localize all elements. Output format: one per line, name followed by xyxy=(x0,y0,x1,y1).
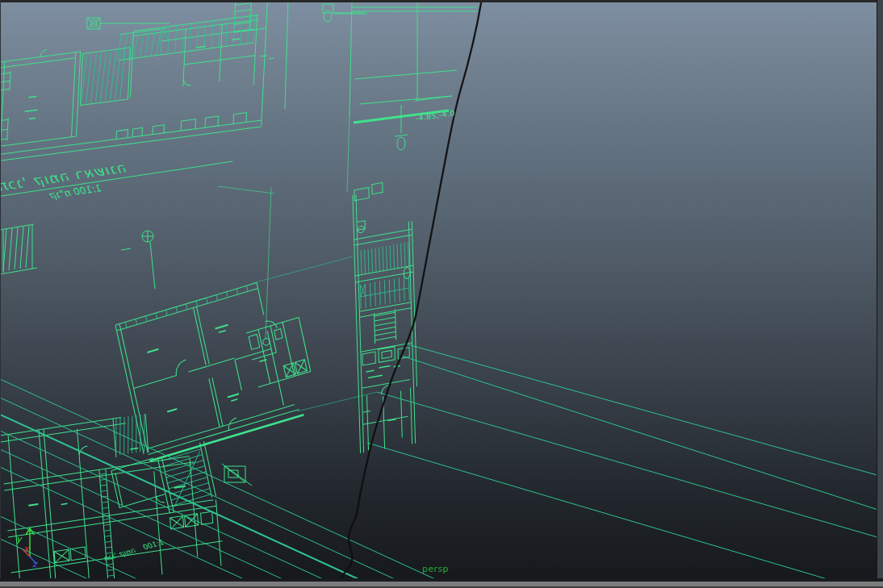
x-axis-label: x xyxy=(23,544,30,554)
survey-marker-symbol xyxy=(121,231,155,289)
perspective-viewport[interactable]: תכנ' קומה ראשונה קנ"מ 1:100 תכנ' קומה 1:… xyxy=(0,0,883,588)
wireframe-scene xyxy=(0,0,883,588)
window-top-border xyxy=(0,0,883,2)
maya-window-frame: תכנ' קומה ראשונה קנ"מ 1:100 תכנ' קומה 1:… xyxy=(0,0,883,588)
window-left-border xyxy=(0,0,1,588)
window-right-border xyxy=(877,0,883,588)
camera-name-label: persp xyxy=(422,564,449,574)
apartment-plan-wireframe xyxy=(82,273,331,528)
y-axis-label: y xyxy=(16,534,23,544)
upper-floor-plan-wireframe xyxy=(0,0,268,161)
z-axis-label: z xyxy=(32,559,38,569)
left-edge-stair-block xyxy=(0,224,37,274)
stair-core-strip-wireframe xyxy=(353,177,419,453)
column-symbol xyxy=(87,18,169,29)
view-axis-gizmo: y x z xyxy=(13,519,48,571)
corner-detail-wireframe xyxy=(222,464,252,486)
